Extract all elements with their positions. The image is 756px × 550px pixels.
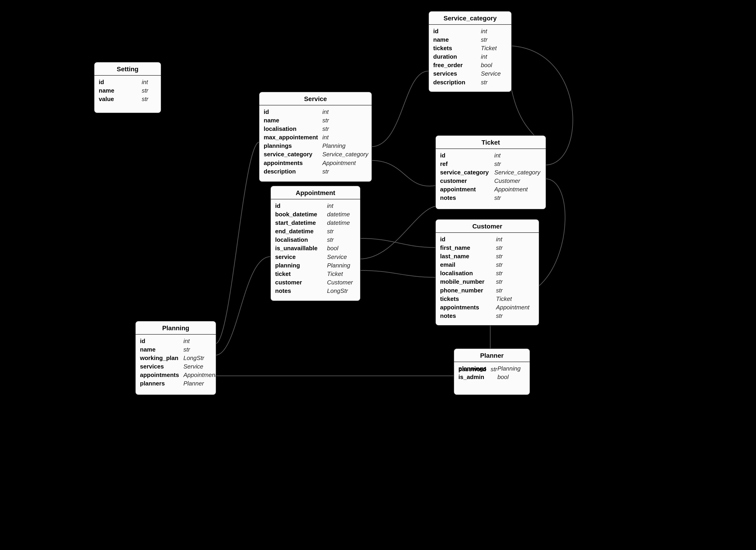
entity-service-attr: namestr [263,116,369,125]
entity-customer-attr: emailstr [440,260,535,269]
entity-planner-attr: is_adminbool [458,373,526,381]
entity-service_category-attr: free_orderbool [433,61,507,69]
entity-appointment-attr: end_datetimestr [275,227,356,235]
entity-customer-attr: ticketsTicket [440,295,535,303]
edge: M1620 700 C1770 700 1770 830 1900 810 [371,160,435,186]
entity-customer-attr: idint [440,235,535,243]
entity-customer-attr: notesstr [440,312,535,320]
entity-service: Serviceidintnamestrlocalisationstrmax_ap… [259,92,372,182]
entity-service-attr: max_appointementint [263,133,369,142]
entity-planner-title: Planner [454,349,530,362]
entity-customer-attr: appointmentsAppointment [440,303,535,312]
entity-service-attr: service_categoryService_category [263,150,369,158]
entity-service_category-attr: durationint [433,52,507,61]
entity-service-attr: planningsPlanning [263,142,369,150]
entity-ticket-attr: idint [440,151,542,160]
entity-setting-attr: namestr [99,86,157,95]
entity-ticket-attr: service_categoryService_category [440,168,542,177]
entity-service_category-attr: descriptionstr [433,78,507,87]
entity-service_category-attr: ticketsTicket [433,44,507,52]
entity-appointment-title: Appointment [271,186,360,199]
entity-planning-attr: idint [140,337,216,345]
entity-service-attr: appointmentsAppointment [263,159,369,167]
entity-appointment-attr: book_datetimedatetime [275,210,356,218]
entity-setting: Settingidintnamestrvaluestr [94,62,161,113]
entity-service_category-title: Service_category [429,11,511,25]
entity-customer-attr: localisationstr [440,269,535,278]
entity-appointment-attr: planningPlanning [275,261,356,270]
entity-planner-attr: passwordstr [458,365,497,374]
entity-service-attr: localisationstr [263,125,369,133]
entity-ticket: Ticketidintrefstrservice_categoryService… [435,135,546,209]
entity-appointment-attr: serviceService [275,253,356,261]
entity-customer-title: Customer [436,219,539,233]
entity-planning-attr: appointmentsAppointment [140,371,216,379]
entity-customer-attr: first_namestr [440,243,535,252]
entity-setting-title: Setting [94,62,161,76]
entity-appointment-attr: start_datetimedatetime [275,218,356,227]
entity-planning-attr: namestr [140,345,216,354]
entity-service_category-attr: namestr [433,35,507,44]
edge: M940 1500 C1010 1500 1060 640 1130 620 [215,142,259,344]
entity-planning-attr: plannersPlanner [140,379,216,388]
entity-ticket-title: Ticket [436,136,546,149]
edge: M1620 640 C1760 640 1760 310 1870 310 [371,71,428,147]
entity-planning: Planningidintnamestrworking_planLongStrs… [135,321,216,395]
entity-ticket-attr: refstr [440,160,542,168]
entity-customer-attr: phone_numberstr [440,286,535,295]
entity-setting-attr: idint [99,78,157,86]
entity-planner: PlannerplanningsPlanningpasswordstris_ad… [454,348,530,395]
entity-customer-attr: mobile_numberstr [440,278,535,286]
edge: M1570 1180 C1720 1180 1760 1210 1900 121… [360,270,435,277]
entity-appointment-attr: idint [275,202,356,210]
entity-ticket-attr: customerCustomer [440,177,542,185]
entity-appointment-attr: is_unavaillablebool [275,244,356,252]
edge: M1570 1040 C1720 1040 1760 1080 1900 108… [360,238,435,247]
entity-planning-attr: servicesService [140,362,216,371]
entity-planning-title: Planning [136,321,216,335]
entity-service-attr: descriptionstr [263,167,369,176]
entity-service_category-attr: servicesService [433,69,507,78]
entity-service_category: Service_categoryidintnamestrticketsTicke… [428,11,512,92]
entity-setting-attr: valuestr [99,95,157,103]
entity-ticket-attr: appointmentAppointment [440,185,542,194]
entity-appointment: Appointmentidintbook_datetimedatetimesta… [270,186,361,301]
entity-customer: Customeridintfirst_namestrlast_namestrem… [435,219,539,326]
edge: M940 1550 C1040 1550 1060 1120 1180 1120 [215,257,270,355]
entity-appointment-attr: notesLongStr [275,287,356,295]
entity-service-title: Service [259,92,372,105]
edge: M1570 1130 C1720 1130 1810 920 1900 900 [360,206,435,259]
entity-planning-attr: working_planLongStr [140,354,216,362]
entity-appointment-attr: localisationstr [275,235,356,244]
entity-ticket-attr: notesstr [440,194,542,202]
entity-appointment-attr: customerCustomer [275,278,356,287]
entity-service-attr: idint [263,108,369,116]
entity-service_category-attr: idint [433,27,507,35]
entity-customer-attr: last_namestr [440,252,535,260]
entity-appointment-attr: ticketTicket [275,270,356,278]
